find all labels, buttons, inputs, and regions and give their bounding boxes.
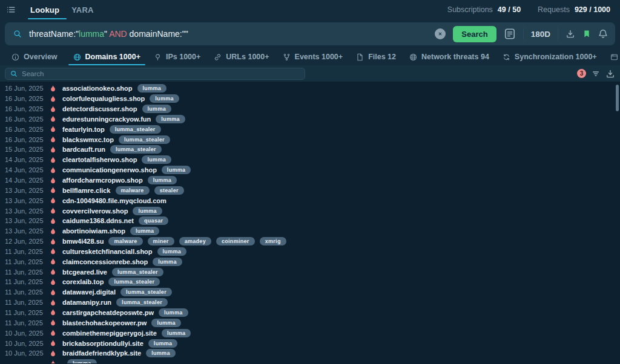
- flame-icon: [50, 106, 56, 112]
- requests-value: 929 / 1000: [575, 5, 610, 14]
- requests-label: Requests: [538, 5, 570, 14]
- tag-badge: stealer: [154, 186, 184, 195]
- filter-search-box[interactable]: [5, 68, 305, 80]
- table-row[interactable]: 11 Jun, 2025carstirgapcheatdeposwte.pwlu…: [0, 308, 620, 318]
- query-token: domainName:"": [127, 29, 188, 39]
- query-search-box[interactable]: threatName:"lumma" AND domainName:"" Sea…: [5, 22, 615, 45]
- tag-badge: lumma: [162, 166, 191, 174]
- events-icon: [283, 53, 291, 61]
- table-row[interactable]: lumma: [0, 359, 620, 363]
- table-row[interactable]: 16 Jun, 2025blackswmxc.toplumma_stealer: [0, 134, 620, 145]
- table-row[interactable]: 13 Jun, 2025covvercilverow.shoplumma: [0, 206, 620, 216]
- tab-events-1000[interactable]: Events 1000+: [276, 48, 350, 65]
- nav-tab-label: YARA: [71, 5, 93, 15]
- table-row[interactable]: 11 Jun, 2025claimconcessionrebe.shoplumm…: [0, 256, 620, 267]
- table-row[interactable]: 10 Jun, 2025combinethemepiggerygoj.sitel…: [0, 328, 620, 338]
- clear-query-button[interactable]: [435, 28, 446, 39]
- bookmark-icon[interactable]: [582, 30, 591, 38]
- scrollbar[interactable]: [616, 85, 619, 111]
- row-domain: datamanipy.run: [62, 299, 111, 306]
- table-row[interactable]: 10 Jun, 2025braidfadefriendklypk.sitelum…: [0, 348, 620, 359]
- row-domain: featurlyin.top: [62, 126, 105, 133]
- row-date: 12 Jun, 2025: [0, 238, 41, 245]
- table-row[interactable]: 13 Jun, 2025abortinoiwiam.shoplumma: [0, 226, 620, 236]
- tab-ips-1000[interactable]: IPs 1000+: [147, 48, 207, 65]
- flame-icon: [50, 330, 56, 336]
- menu-list-icon[interactable]: [6, 5, 16, 15]
- tag-badge: lumma_stealer: [119, 135, 170, 144]
- query-note-icon[interactable]: [504, 28, 516, 40]
- row-date: 16 Jun, 2025: [0, 95, 41, 102]
- row-domain: btcgeared.live: [62, 268, 107, 276]
- table-row[interactable]: 16 Jun, 2025colorfulequalugliess.shoplum…: [0, 94, 620, 104]
- table-row[interactable]: 13 Jun, 2025cdn-10049480.file.myqcloud.c…: [0, 195, 620, 206]
- search-button[interactable]: Search: [453, 26, 496, 42]
- table-row[interactable]: 12 Jun, 2025bmw4i428.sumalwaremineramade…: [0, 236, 620, 247]
- flame-icon: [50, 279, 56, 285]
- table-row[interactable]: 11 Jun, 2025blastechohackopeower.pwlumma: [0, 317, 620, 328]
- table-row[interactable]: 11 Jun, 2025datawavej.digitallumma_steal…: [0, 287, 620, 297]
- row-date: 11 Jun, 2025: [0, 288, 41, 296]
- tag-badge: lumma_stealer: [110, 125, 161, 134]
- row-domain: cleartotalfisherwo.shop: [62, 156, 137, 163]
- flame-icon: [50, 350, 56, 357]
- filter-search-input[interactable]: [22, 70, 300, 77]
- row-domain: brickabsorptiondullyi.site: [62, 340, 143, 347]
- tab-label: Overview: [24, 53, 58, 61]
- table-row[interactable]: 15 Jun, 2025bardcauft.runlumma_stealer: [0, 145, 620, 155]
- period-selector[interactable]: 180D: [531, 30, 550, 39]
- tab-label: Network threats 94: [421, 53, 489, 61]
- tab-label: Events 1000+: [295, 53, 343, 61]
- nav-tab-lookup[interactable]: Lookup: [29, 0, 61, 19]
- flame-icon: [50, 187, 56, 193]
- row-date: 10 Jun, 2025: [0, 330, 41, 337]
- flame-icon: [50, 167, 56, 174]
- row-date: 13 Jun, 2025: [0, 197, 41, 204]
- tab-overview[interactable]: Overview: [5, 48, 64, 65]
- flame-icon: [50, 360, 56, 363]
- table-row[interactable]: 16 Jun, 2025detectordiscusser.shoplumma: [0, 104, 620, 114]
- tag-badge: lumma_stealer: [120, 288, 172, 296]
- row-domain: communicationgenerwo.shop: [62, 166, 157, 174]
- download-icon[interactable]: [566, 29, 575, 39]
- info-icon: [12, 53, 19, 61]
- tab-files-12[interactable]: Files 12: [349, 48, 403, 65]
- flame-icon: [50, 299, 56, 306]
- search-query[interactable]: threatName:"lumma" AND domainName:"": [29, 29, 435, 39]
- table-row[interactable]: 13 Jun, 2025caidume1368.ddns.netquasar: [0, 216, 620, 226]
- table-row[interactable]: 11 Jun, 2025corexlaib.toplumma_stealer: [0, 277, 620, 287]
- table-row[interactable]: 14 Jun, 2025communicationgenerwo.shoplum…: [0, 165, 620, 175]
- row-date: 13 Jun, 2025: [0, 217, 41, 224]
- table-row[interactable]: 11 Jun, 2025datamanipy.runlumma_stealer: [0, 297, 620, 308]
- table-row[interactable]: 16 Jun, 2025featurlyin.toplumma_stealer: [0, 124, 620, 134]
- row-date: 14 Jun, 2025: [0, 177, 41, 184]
- tag-badge: malware: [108, 237, 142, 245]
- flame-icon: [50, 146, 56, 153]
- globe-icon: [73, 53, 81, 61]
- table-row[interactable]: 16 Jun, 2025edurestunningcrackyow.funlum…: [0, 114, 620, 125]
- bell-icon[interactable]: [598, 29, 608, 39]
- table-row[interactable]: 13 Jun, 2025bellflamre.clickmalwaresteal…: [0, 185, 620, 195]
- table-row[interactable]: 11 Jun, 2025culturesketchfinanciall.shop…: [0, 247, 620, 257]
- nav-tab-yara[interactable]: YARA: [70, 0, 94, 19]
- flame-icon: [50, 248, 56, 255]
- table-row[interactable]: 14 Jun, 2025cleartotalfisherwo.shoplumma: [0, 155, 620, 165]
- table-row[interactable]: 14 Jun, 2025affordcharmcropwo.shoplumma: [0, 175, 620, 186]
- tab-domains-1000[interactable]: Domains 1000+: [67, 48, 147, 65]
- row-date: 11 Jun, 2025: [0, 319, 41, 327]
- flame-icon: [50, 85, 56, 92]
- table-row[interactable]: 11 Jun, 2025btcgeared.livelumma_stealer: [0, 267, 620, 277]
- row-date: 10 Jun, 2025: [0, 349, 41, 357]
- flame-icon: [50, 126, 56, 132]
- tab-analyses-14062[interactable]: Analyses 14062: [604, 48, 620, 65]
- row-date: 16 Jun, 2025: [0, 105, 41, 112]
- table-row[interactable]: 16 Jun, 2025associationokeo.shoplumma: [0, 83, 620, 94]
- tab-synchronization-1000[interactable]: Synchronization 1000+: [496, 48, 604, 65]
- tab-network-threats-94[interactable]: Network threats 94: [403, 48, 496, 65]
- tag-badge: lumma: [156, 115, 185, 123]
- tab-urls-1000[interactable]: URLs 1000+: [207, 48, 275, 65]
- download-icon[interactable]: [605, 69, 615, 79]
- filter-icon[interactable]: [592, 70, 600, 78]
- row-domain: edurestunningcrackyow.fun: [62, 115, 151, 123]
- table-row[interactable]: 10 Jun, 2025brickabsorptiondullyi.sitelu…: [0, 338, 620, 348]
